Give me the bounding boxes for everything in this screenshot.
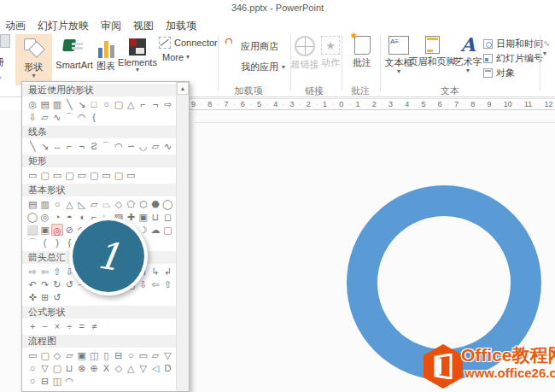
header-footer-button[interactable]: 页眉和页脚 xyxy=(412,36,453,68)
shape-item[interactable]: ◯ xyxy=(161,198,173,210)
panel-scrollbar[interactable]: ▲ xyxy=(176,82,189,391)
shape-item[interactable]: △ xyxy=(63,198,75,210)
shape-item[interactable]: X xyxy=(100,362,112,374)
shape-item[interactable]: ↘ xyxy=(76,98,88,110)
shape-item[interactable]: ⬜ xyxy=(26,224,38,236)
shape-item[interactable]: ▭ xyxy=(100,169,112,181)
shape-item[interactable]: ⊔ xyxy=(149,211,161,223)
shape-item[interactable]: ◇ xyxy=(113,362,125,374)
shape-item[interactable]: ⌒ xyxy=(26,237,38,249)
shape-item[interactable]: ⬡ xyxy=(137,198,149,210)
shape-item[interactable]: ◺ xyxy=(76,198,88,210)
shape-item[interactable]: ∿ xyxy=(161,140,173,152)
shape-item[interactable]: ↲ xyxy=(161,266,173,278)
shape-item[interactable]: ○ xyxy=(100,98,112,110)
shape-item[interactable]: × xyxy=(51,320,63,332)
shape-item[interactable]: ◇ xyxy=(51,349,63,361)
shape-item[interactable]: ⊕ xyxy=(88,362,100,374)
shape-item[interactable]: ⇩ xyxy=(26,111,38,123)
shape-item[interactable]: ⬠ xyxy=(125,198,137,210)
shape-item[interactable]: Ƨ xyxy=(88,140,100,152)
shape-item[interactable]: ≠ xyxy=(88,320,100,332)
date-time-button[interactable]: 日期和时间 xyxy=(483,38,543,50)
shape-item[interactable]: ◓ xyxy=(63,211,75,223)
shape-item[interactable]: ▱ xyxy=(63,349,75,361)
shape-item[interactable]: ¬ xyxy=(149,98,161,110)
shape-item[interactable]: ◎ xyxy=(38,211,50,223)
connector-button[interactable]: Connector xyxy=(159,37,218,49)
shape-item[interactable]: ▱ xyxy=(38,111,50,123)
tab-review[interactable]: 审阅 xyxy=(101,19,121,33)
object-button[interactable]: 对象 xyxy=(483,67,515,79)
shape-item[interactable]: △ xyxy=(125,98,137,110)
shape-item[interactable]: ↳ xyxy=(149,266,161,278)
shape-item[interactable]: D xyxy=(161,362,173,374)
shape-item[interactable]: ∿ xyxy=(51,111,63,123)
shape-item[interactable]: □ xyxy=(88,98,100,110)
shape-item[interactable]: ⇧ xyxy=(161,278,173,290)
shape-item[interactable]: ▭ xyxy=(125,169,137,181)
shape-item[interactable]: ○ xyxy=(26,362,38,374)
shape-item[interactable]: ⇧ xyxy=(51,266,63,278)
shape-item[interactable]: ⇦ xyxy=(38,266,50,278)
wordart-button[interactable]: A 艺术字 ▾ xyxy=(454,35,482,73)
shape-item[interactable]: ▭ xyxy=(76,169,88,181)
shape-item[interactable]: ▽ xyxy=(161,349,173,361)
shape-item[interactable]: ▱ xyxy=(88,198,100,210)
shape-item[interactable]: { xyxy=(88,111,100,123)
tab-animations[interactable]: 动画 xyxy=(5,19,26,33)
shape-item[interactable]: ◠ xyxy=(113,140,125,152)
shape-item[interactable]: ╲ xyxy=(63,98,75,110)
shape-item[interactable]: ▣ xyxy=(38,224,50,236)
shape-item[interactable]: ⊟ xyxy=(38,375,50,387)
shape-item[interactable]: ⊞ xyxy=(38,291,50,303)
shape-item[interactable]: ⌐ xyxy=(63,140,75,152)
shape-item[interactable]: ☁ xyxy=(149,224,161,236)
shape-item[interactable]: ▢ xyxy=(161,224,173,236)
shape-item[interactable]: ▯ xyxy=(100,349,112,361)
shape-item[interactable]: ▢ xyxy=(63,169,75,181)
shape-item[interactable]: ▭ xyxy=(26,349,38,361)
shape-item[interactable]: ▣ xyxy=(76,349,88,361)
shape-item[interactable]: ⊔ xyxy=(63,362,75,374)
shape-item[interactable]: ○ xyxy=(26,375,38,387)
shape-item[interactable]: ⇦ xyxy=(149,278,161,290)
shape-item[interactable]: ⌐ xyxy=(137,98,149,110)
shape-item[interactable]: ◎ xyxy=(26,98,38,110)
shape-item[interactable]: ⏢ xyxy=(100,198,112,210)
tab-addins[interactable]: 加载项 xyxy=(166,19,196,33)
shape-item[interactable]: ( xyxy=(38,237,50,249)
shape-item[interactable]: ◠ xyxy=(63,375,75,387)
shape-item[interactable]: ✜ xyxy=(26,291,38,303)
shape-item[interactable]: ⊗ xyxy=(76,362,88,374)
shape-item[interactable]: ◔ xyxy=(51,211,63,223)
shape-item[interactable]: ◯ xyxy=(26,211,38,223)
shape-item-donut-selected[interactable]: ◎ xyxy=(51,224,63,236)
scroll-up-button[interactable]: ▲ xyxy=(177,82,189,95)
tab-view[interactable]: 视图 xyxy=(133,19,154,33)
shape-item[interactable]: ◖ xyxy=(76,211,88,223)
shape-item[interactable]: ▤ xyxy=(38,98,50,110)
shape-item[interactable]: ⌒ xyxy=(63,111,75,123)
more-button[interactable]: More ▾ xyxy=(162,52,190,62)
shape-item[interactable]: ↘ xyxy=(38,140,50,152)
shape-item[interactable]: ◡ xyxy=(137,140,149,152)
shape-item[interactable]: △ xyxy=(125,362,137,374)
shape-item[interactable]: ▢ xyxy=(113,169,125,181)
shape-item[interactable]: ⇨ xyxy=(161,98,173,110)
shape-item[interactable]: ↺ xyxy=(63,278,75,290)
shape-item[interactable]: ↶ xyxy=(26,278,38,290)
shape-item[interactable]: ↔ xyxy=(51,140,63,152)
shape-item[interactable]: − xyxy=(38,320,50,332)
shape-item[interactable]: ▢ xyxy=(38,349,50,361)
shape-item[interactable]: ○ xyxy=(125,349,137,361)
shape-item[interactable]: ◁ xyxy=(149,362,161,374)
shape-item[interactable]: ¬ xyxy=(76,140,88,152)
shape-item[interactable]: ÷ xyxy=(63,320,75,332)
shape-item[interactable]: ▥ xyxy=(38,198,50,210)
shape-item[interactable]: + xyxy=(26,320,38,332)
shape-item[interactable]: ⇨ xyxy=(26,266,38,278)
chart-button[interactable]: 图表 xyxy=(91,34,121,73)
shape-item[interactable]: ↷ xyxy=(38,278,50,290)
shape-item[interactable]: ◫ xyxy=(51,375,63,387)
